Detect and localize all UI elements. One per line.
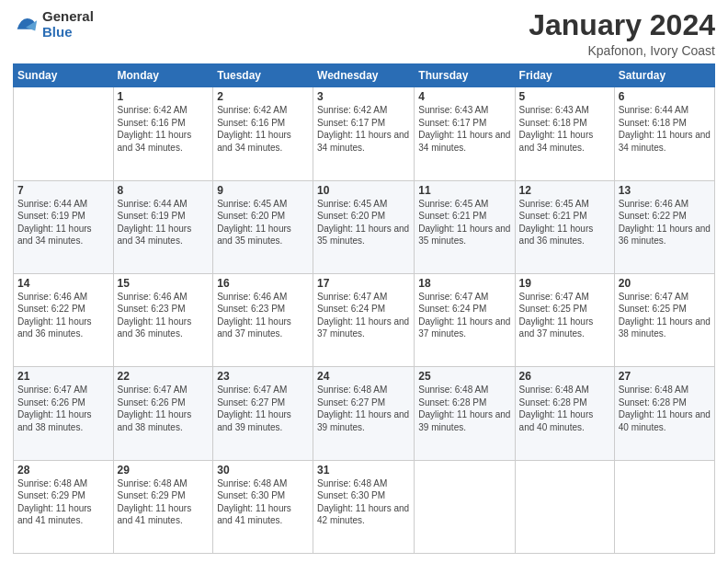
day-info: Sunrise: 6:46 AMSunset: 6:22 PMDaylight:…	[17, 291, 109, 340]
day-cell: 1Sunrise: 6:42 AMSunset: 6:16 PMDaylight…	[113, 87, 213, 180]
day-number: 12	[519, 184, 610, 197]
day-info: Sunrise: 6:47 AMSunset: 6:25 PMDaylight:…	[619, 291, 711, 340]
logo-icon	[13, 12, 39, 38]
day-info: Sunrise: 6:48 AMSunset: 6:29 PMDaylight:…	[17, 477, 109, 527]
day-cell: 5Sunrise: 6:43 AMSunset: 6:18 PMDaylight…	[515, 87, 614, 180]
day-number: 19	[519, 277, 610, 290]
day-number: 24	[317, 370, 410, 383]
day-number: 21	[17, 370, 109, 383]
day-cell: 30Sunrise: 6:48 AMSunset: 6:30 PMDayligh…	[213, 460, 313, 553]
page: General Blue January 2024 Kpafonon, Ivor…	[0, 0, 728, 563]
week-row-0: 1Sunrise: 6:42 AMSunset: 6:16 PMDaylight…	[14, 87, 715, 180]
day-number: 3	[317, 90, 410, 103]
day-number: 9	[217, 184, 309, 197]
day-number: 4	[418, 90, 510, 103]
logo-blue-text: Blue	[42, 25, 94, 40]
week-row-3: 21Sunrise: 6:47 AMSunset: 6:26 PMDayligh…	[14, 367, 715, 460]
day-number: 7	[17, 184, 109, 197]
header: General Blue January 2024 Kpafonon, Ivor…	[13, 9, 715, 58]
day-number: 29	[118, 464, 210, 477]
day-cell: 24Sunrise: 6:48 AMSunset: 6:27 PMDayligh…	[313, 367, 415, 460]
day-info: Sunrise: 6:44 AMSunset: 6:18 PMDaylight:…	[619, 104, 711, 154]
day-info: Sunrise: 6:45 AMSunset: 6:20 PMDaylight:…	[217, 198, 309, 247]
day-info: Sunrise: 6:46 AMSunset: 6:23 PMDaylight:…	[217, 291, 309, 340]
calendar-thead: SundayMondayTuesdayWednesdayThursdayFrid…	[14, 64, 715, 87]
day-info: Sunrise: 6:46 AMSunset: 6:22 PMDaylight:…	[619, 198, 711, 247]
day-info: Sunrise: 6:45 AMSunset: 6:21 PMDaylight:…	[418, 198, 510, 247]
day-info: Sunrise: 6:48 AMSunset: 6:28 PMDaylight:…	[418, 384, 510, 433]
day-info: Sunrise: 6:44 AMSunset: 6:19 PMDaylight:…	[118, 198, 210, 247]
day-cell: 13Sunrise: 6:46 AMSunset: 6:22 PMDayligh…	[614, 180, 714, 273]
day-number: 25	[418, 370, 510, 383]
day-info: Sunrise: 6:42 AMSunset: 6:17 PMDaylight:…	[317, 104, 410, 154]
day-info: Sunrise: 6:47 AMSunset: 6:24 PMDaylight:…	[418, 291, 510, 340]
day-cell	[415, 460, 515, 553]
logo-general-text: General	[42, 9, 94, 25]
day-info: Sunrise: 6:48 AMSunset: 6:27 PMDaylight:…	[317, 384, 410, 433]
day-cell	[614, 460, 714, 553]
day-number: 23	[217, 370, 309, 383]
week-row-4: 28Sunrise: 6:48 AMSunset: 6:29 PMDayligh…	[14, 460, 715, 553]
day-info: Sunrise: 6:48 AMSunset: 6:30 PMDaylight:…	[317, 477, 410, 527]
day-cell: 2Sunrise: 6:42 AMSunset: 6:16 PMDaylight…	[213, 87, 313, 180]
day-info: Sunrise: 6:45 AMSunset: 6:21 PMDaylight:…	[519, 198, 610, 247]
day-info: Sunrise: 6:47 AMSunset: 6:26 PMDaylight:…	[17, 384, 109, 433]
day-info: Sunrise: 6:42 AMSunset: 6:16 PMDaylight:…	[217, 104, 309, 154]
header-cell-friday: Friday	[515, 64, 614, 87]
day-number: 14	[17, 277, 109, 290]
day-cell: 14Sunrise: 6:46 AMSunset: 6:22 PMDayligh…	[14, 273, 114, 366]
day-number: 27	[619, 370, 711, 383]
day-number: 6	[619, 90, 711, 103]
day-info: Sunrise: 6:44 AMSunset: 6:19 PMDaylight:…	[17, 198, 109, 247]
day-info: Sunrise: 6:48 AMSunset: 6:30 PMDaylight:…	[217, 477, 309, 527]
calendar-title: January 2024	[529, 9, 715, 41]
day-number: 8	[118, 184, 210, 197]
day-cell: 20Sunrise: 6:47 AMSunset: 6:25 PMDayligh…	[614, 273, 714, 366]
calendar-table: SundayMondayTuesdayWednesdayThursdayFrid…	[13, 63, 715, 554]
day-number: 5	[519, 90, 610, 103]
day-info: Sunrise: 6:43 AMSunset: 6:17 PMDaylight:…	[418, 104, 510, 154]
day-cell: 17Sunrise: 6:47 AMSunset: 6:24 PMDayligh…	[313, 273, 415, 366]
header-cell-wednesday: Wednesday	[313, 64, 415, 87]
day-info: Sunrise: 6:47 AMSunset: 6:25 PMDaylight:…	[519, 291, 610, 340]
calendar-body: 1Sunrise: 6:42 AMSunset: 6:16 PMDaylight…	[14, 87, 715, 554]
day-info: Sunrise: 6:46 AMSunset: 6:23 PMDaylight:…	[118, 291, 210, 340]
day-number: 1	[118, 90, 210, 103]
calendar-subtitle: Kpafonon, Ivory Coast	[529, 43, 715, 58]
day-number: 17	[317, 277, 410, 290]
day-number: 18	[418, 277, 510, 290]
header-cell-thursday: Thursday	[415, 64, 515, 87]
day-cell: 16Sunrise: 6:46 AMSunset: 6:23 PMDayligh…	[213, 273, 313, 366]
day-info: Sunrise: 6:47 AMSunset: 6:26 PMDaylight:…	[118, 384, 210, 433]
day-info: Sunrise: 6:48 AMSunset: 6:29 PMDaylight:…	[118, 477, 210, 527]
week-row-2: 14Sunrise: 6:46 AMSunset: 6:22 PMDayligh…	[14, 273, 715, 366]
day-cell: 3Sunrise: 6:42 AMSunset: 6:17 PMDaylight…	[313, 87, 415, 180]
day-cell: 12Sunrise: 6:45 AMSunset: 6:21 PMDayligh…	[515, 180, 614, 273]
day-cell	[515, 460, 614, 553]
day-number: 28	[17, 464, 109, 477]
day-number: 22	[118, 370, 210, 383]
header-cell-sunday: Sunday	[14, 64, 114, 87]
day-cell: 22Sunrise: 6:47 AMSunset: 6:26 PMDayligh…	[113, 367, 213, 460]
header-cell-monday: Monday	[113, 64, 213, 87]
day-info: Sunrise: 6:48 AMSunset: 6:28 PMDaylight:…	[519, 384, 610, 433]
logo: General Blue	[13, 9, 94, 40]
day-info: Sunrise: 6:45 AMSunset: 6:20 PMDaylight:…	[317, 198, 410, 247]
day-cell: 25Sunrise: 6:48 AMSunset: 6:28 PMDayligh…	[415, 367, 515, 460]
header-cell-tuesday: Tuesday	[213, 64, 313, 87]
day-info: Sunrise: 6:43 AMSunset: 6:18 PMDaylight:…	[519, 104, 610, 154]
day-cell: 7Sunrise: 6:44 AMSunset: 6:19 PMDaylight…	[14, 180, 114, 273]
day-cell: 26Sunrise: 6:48 AMSunset: 6:28 PMDayligh…	[515, 367, 614, 460]
week-row-1: 7Sunrise: 6:44 AMSunset: 6:19 PMDaylight…	[14, 180, 715, 273]
day-info: Sunrise: 6:47 AMSunset: 6:27 PMDaylight:…	[217, 384, 309, 433]
day-cell: 18Sunrise: 6:47 AMSunset: 6:24 PMDayligh…	[415, 273, 515, 366]
day-cell: 28Sunrise: 6:48 AMSunset: 6:29 PMDayligh…	[14, 460, 114, 553]
day-cell: 6Sunrise: 6:44 AMSunset: 6:18 PMDaylight…	[614, 87, 714, 180]
day-cell: 8Sunrise: 6:44 AMSunset: 6:19 PMDaylight…	[113, 180, 213, 273]
day-cell: 4Sunrise: 6:43 AMSunset: 6:17 PMDaylight…	[415, 87, 515, 180]
day-cell: 29Sunrise: 6:48 AMSunset: 6:29 PMDayligh…	[113, 460, 213, 553]
day-info: Sunrise: 6:47 AMSunset: 6:24 PMDaylight:…	[317, 291, 410, 340]
day-cell: 9Sunrise: 6:45 AMSunset: 6:20 PMDaylight…	[213, 180, 313, 273]
day-number: 10	[317, 184, 410, 197]
day-number: 26	[519, 370, 610, 383]
